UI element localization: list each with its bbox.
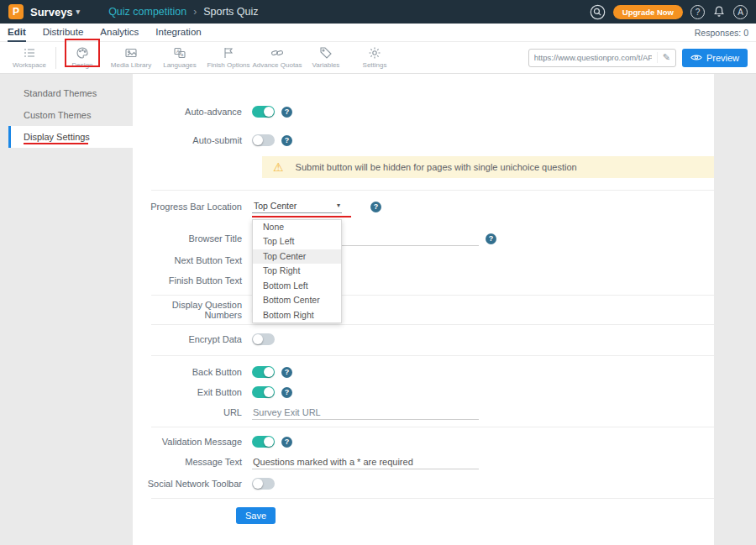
dropdown-option[interactable]: Top Right bbox=[253, 264, 341, 279]
social-network-toolbar-toggle[interactable] bbox=[252, 478, 275, 490]
preview-button[interactable]: Preview bbox=[682, 49, 748, 67]
survey-url-input[interactable] bbox=[529, 53, 657, 62]
survey-url-group: ✎ Preview bbox=[528, 49, 751, 67]
main-nav-tabs: Edit Distribute Analytics Integration Re… bbox=[0, 24, 756, 42]
dropdown-option[interactable]: Bottom Center bbox=[253, 293, 341, 308]
search-icon[interactable] bbox=[590, 4, 606, 20]
toolbar-item-advance-quotas[interactable]: Advance Quotas bbox=[253, 46, 302, 69]
toolbar-item-settings[interactable]: Settings bbox=[350, 46, 399, 69]
notifications-bell-icon[interactable] bbox=[712, 5, 726, 18]
languages-icon: Aa bbox=[173, 46, 186, 60]
auto-advance-toggle[interactable] bbox=[252, 106, 275, 118]
progress-bar-location-dropdown: None Top Left Top Center Top Right Botto… bbox=[252, 219, 342, 324]
toolbar-item-workspace[interactable]: Workspace bbox=[5, 46, 54, 69]
toolbar-item-variables[interactable]: Variables bbox=[302, 46, 350, 69]
survey-url-box: ✎ bbox=[528, 49, 676, 67]
app-root: P Surveys ▾ Quiz competition › Sports Qu… bbox=[0, 0, 756, 545]
help-icon[interactable]: ? bbox=[281, 437, 292, 448]
encrypt-data-label: Encrypt Data bbox=[133, 334, 252, 344]
finish-options-icon bbox=[222, 46, 235, 60]
validation-message-label: Validation Message bbox=[133, 437, 252, 447]
browser-title-label: Browser Title bbox=[133, 233, 252, 244]
questionpro-logo[interactable]: P bbox=[8, 4, 24, 19]
row-message-text: Message Text bbox=[133, 454, 714, 469]
exit-button-toggle[interactable] bbox=[252, 386, 275, 398]
toolbar-item-label: Design bbox=[72, 61, 93, 69]
media-library-icon bbox=[124, 46, 138, 60]
social-network-toolbar-label: Social Network Toolbar bbox=[133, 479, 252, 489]
row-auto-advance: Auto-advance ? bbox=[133, 104, 714, 119]
help-icon[interactable]: ? bbox=[281, 367, 292, 378]
row-browser-title: Browser Title ? bbox=[133, 231, 714, 246]
selected-option-label: Top Center bbox=[254, 201, 297, 211]
toolbar-item-label: Workspace bbox=[13, 61, 46, 69]
tab-integration[interactable]: Integration bbox=[155, 24, 201, 42]
preview-button-label: Preview bbox=[706, 53, 739, 63]
annotation-red-underline-progress bbox=[252, 216, 351, 217]
display-settings-panel: Auto-advance ? Auto-submit ? ⚠ Submit bu… bbox=[133, 74, 714, 545]
dropdown-option[interactable]: Bottom Left bbox=[253, 279, 341, 294]
topbar-actions: Upgrade Now ? A bbox=[590, 4, 748, 20]
exit-url-input[interactable] bbox=[252, 406, 479, 420]
surveys-menu-label: Surveys bbox=[30, 6, 73, 18]
sidebar-item-custom-themes[interactable]: Custom Themes bbox=[8, 104, 133, 126]
exit-button-label: Exit Button bbox=[133, 387, 252, 397]
auto-submit-toggle[interactable] bbox=[252, 134, 275, 146]
row-auto-submit: Auto-submit ? bbox=[133, 133, 714, 148]
auto-submit-label: Auto-submit bbox=[133, 135, 252, 145]
help-icon[interactable]: ? bbox=[486, 233, 496, 244]
help-icon[interactable]: ? bbox=[281, 135, 292, 146]
help-icon[interactable]: ? bbox=[370, 202, 381, 212]
validation-message-toggle[interactable] bbox=[252, 436, 275, 448]
progress-bar-location-select-wrap: Top Center ▾ None Top Left Top Center To… bbox=[252, 201, 342, 213]
toolbar-item-label: Settings bbox=[363, 61, 387, 69]
toolbar-item-languages[interactable]: Aa Languages bbox=[155, 46, 204, 69]
dropdown-option[interactable]: Top Left bbox=[253, 234, 341, 249]
dropdown-option[interactable]: Bottom Right bbox=[253, 308, 341, 323]
back-button-toggle[interactable] bbox=[252, 366, 275, 378]
help-icon[interactable]: ? bbox=[690, 5, 705, 19]
dropdown-option[interactable]: None bbox=[253, 220, 341, 235]
responses-count[interactable]: Responses: 0 bbox=[695, 28, 748, 38]
toolbar-item-label: Finish Options bbox=[207, 61, 249, 69]
save-button[interactable]: Save bbox=[236, 507, 276, 524]
progress-bar-location-select[interactable]: Top Center ▾ bbox=[252, 201, 342, 213]
tab-distribute[interactable]: Distribute bbox=[43, 24, 84, 42]
top-bar: P Surveys ▾ Quiz competition › Sports Qu… bbox=[0, 0, 756, 24]
row-social-network-toolbar: Social Network Toolbar bbox=[133, 476, 714, 491]
divider bbox=[151, 190, 714, 191]
row-next-button-text: Next Button Text bbox=[133, 253, 714, 268]
eye-icon bbox=[690, 54, 702, 61]
row-validation-message: Validation Message ? bbox=[133, 434, 714, 449]
exit-url-label: URL bbox=[133, 407, 252, 417]
chevron-down-icon: ▾ bbox=[337, 202, 340, 209]
warning-text: Submit button will be hidden for pages w… bbox=[296, 162, 577, 172]
toolbar-item-media-library[interactable]: Media Library bbox=[107, 46, 155, 69]
encrypt-data-toggle[interactable] bbox=[252, 333, 275, 345]
message-text-input[interactable] bbox=[252, 455, 479, 469]
advance-quotas-icon bbox=[270, 46, 284, 60]
row-exit-button: Exit Button ? bbox=[133, 385, 714, 400]
edit-url-pencil-icon[interactable]: ✎ bbox=[657, 52, 675, 63]
row-display-question-numbers: Display Question Numbers bbox=[133, 302, 714, 317]
toolbar-item-finish-options[interactable]: Finish Options bbox=[204, 46, 253, 69]
surveys-menu[interactable]: Surveys ▾ bbox=[30, 6, 80, 18]
avatar[interactable]: A bbox=[733, 5, 748, 19]
divider bbox=[151, 427, 714, 427]
toolbar-item-design[interactable]: Design bbox=[58, 46, 107, 69]
breadcrumb-parent[interactable]: Quiz competition bbox=[108, 6, 186, 18]
tab-analytics[interactable]: Analytics bbox=[100, 24, 139, 42]
help-icon[interactable]: ? bbox=[281, 107, 292, 118]
dropdown-option-selected[interactable]: Top Center bbox=[253, 249, 341, 265]
tab-edit[interactable]: Edit bbox=[8, 24, 26, 42]
row-exit-url: URL bbox=[133, 405, 714, 420]
finish-button-text-label: Finish Button Text bbox=[133, 275, 252, 286]
toolbar-item-label: Media Library bbox=[111, 61, 151, 69]
sidebar-item-standard-themes[interactable]: Standard Themes bbox=[8, 82, 133, 104]
upgrade-now-button[interactable]: Upgrade Now bbox=[613, 5, 683, 19]
help-icon[interactable]: ? bbox=[281, 387, 292, 398]
design-icon bbox=[76, 46, 89, 60]
divider bbox=[151, 498, 714, 499]
sidebar-item-display-settings[interactable]: Display Settings bbox=[8, 126, 133, 148]
design-sidebar: Standard Themes Custom Themes Display Se… bbox=[8, 82, 133, 148]
